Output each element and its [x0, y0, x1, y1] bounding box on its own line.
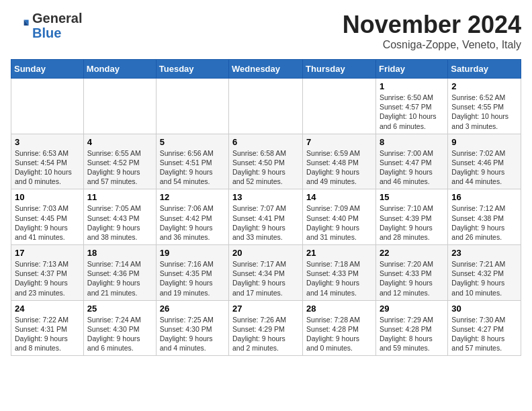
calendar-cell: 20Sunrise: 7:17 AM Sunset: 4:34 PM Dayli…: [229, 245, 303, 301]
day-number: 16: [451, 192, 517, 202]
day-number: 29: [380, 304, 444, 314]
calendar-cell: 16Sunrise: 7:12 AM Sunset: 4:38 PM Dayli…: [448, 189, 521, 245]
day-number: 7: [306, 137, 372, 147]
day-info: Sunrise: 6:53 AM Sunset: 4:54 PM Dayligh…: [15, 148, 80, 187]
calendar-cell: 12Sunrise: 7:06 AM Sunset: 4:42 PM Dayli…: [156, 189, 228, 245]
location-subtitle: Cosniga-Zoppe, Veneto, Italy: [343, 39, 521, 51]
calendar-week-4: 17Sunrise: 7:13 AM Sunset: 4:37 PM Dayli…: [11, 245, 521, 301]
day-info: Sunrise: 7:07 AM Sunset: 4:41 PM Dayligh…: [232, 203, 299, 242]
day-number: 17: [15, 248, 80, 258]
calendar-cell: 10Sunrise: 7:03 AM Sunset: 4:45 PM Dayli…: [11, 189, 84, 245]
generalblue-icon: [11, 16, 30, 35]
calendar-cell: 30Sunrise: 7:30 AM Sunset: 4:27 PM Dayli…: [448, 300, 521, 356]
calendar-cell: [229, 79, 303, 134]
calendar-cell: 2Sunrise: 6:52 AM Sunset: 4:55 PM Daylig…: [448, 79, 521, 134]
day-info: Sunrise: 6:50 AM Sunset: 4:57 PM Dayligh…: [380, 93, 444, 131]
calendar-week-2: 3Sunrise: 6:53 AM Sunset: 4:54 PM Daylig…: [11, 134, 521, 189]
day-info: Sunrise: 7:17 AM Sunset: 4:34 PM Dayligh…: [232, 259, 299, 298]
calendar-cell: 3Sunrise: 6:53 AM Sunset: 4:54 PM Daylig…: [11, 134, 84, 189]
day-number: 8: [380, 137, 444, 147]
calendar-cell: 24Sunrise: 7:22 AM Sunset: 4:31 PM Dayli…: [11, 300, 84, 356]
day-info: Sunrise: 7:14 AM Sunset: 4:36 PM Dayligh…: [87, 259, 152, 298]
logo: General Blue: [11, 11, 82, 40]
day-info: Sunrise: 7:30 AM Sunset: 4:27 PM Dayligh…: [451, 315, 517, 353]
day-info: Sunrise: 7:02 AM Sunset: 4:46 PM Dayligh…: [451, 148, 517, 187]
weekday-header-friday: Friday: [375, 60, 447, 79]
day-info: Sunrise: 7:18 AM Sunset: 4:33 PM Dayligh…: [306, 259, 372, 298]
calendar-cell: 19Sunrise: 7:16 AM Sunset: 4:35 PM Dayli…: [156, 245, 228, 301]
day-number: 3: [15, 137, 80, 147]
day-number: 13: [232, 192, 299, 202]
day-info: Sunrise: 7:13 AM Sunset: 4:37 PM Dayligh…: [15, 259, 80, 298]
day-info: Sunrise: 6:58 AM Sunset: 4:50 PM Dayligh…: [232, 148, 299, 187]
calendar-week-5: 24Sunrise: 7:22 AM Sunset: 4:31 PM Dayli…: [11, 300, 521, 356]
day-number: 1: [380, 81, 444, 91]
calendar-cell: 8Sunrise: 7:00 AM Sunset: 4:47 PM Daylig…: [375, 134, 447, 189]
day-info: Sunrise: 7:06 AM Sunset: 4:42 PM Dayligh…: [160, 203, 225, 242]
day-number: 15: [380, 192, 444, 202]
logo-general-text: General: [32, 11, 82, 26]
day-number: 5: [160, 137, 225, 147]
calendar-table: SundayMondayTuesdayWednesdayThursdayFrid…: [11, 59, 521, 356]
day-info: Sunrise: 7:29 AM Sunset: 4:28 PM Dayligh…: [380, 315, 444, 353]
calendar-cell: 28Sunrise: 7:28 AM Sunset: 4:28 PM Dayli…: [303, 300, 376, 356]
day-number: 27: [232, 304, 299, 314]
day-number: 2: [451, 81, 517, 91]
day-number: 10: [15, 192, 80, 202]
calendar-cell: 18Sunrise: 7:14 AM Sunset: 4:36 PM Dayli…: [83, 245, 156, 301]
day-number: 30: [451, 304, 517, 314]
day-number: 14: [306, 192, 372, 202]
calendar-cell: [156, 79, 228, 134]
calendar-cell: 11Sunrise: 7:05 AM Sunset: 4:43 PM Dayli…: [83, 189, 156, 245]
day-number: 9: [451, 137, 517, 147]
calendar-cell: 17Sunrise: 7:13 AM Sunset: 4:37 PM Dayli…: [11, 245, 84, 301]
day-info: Sunrise: 6:59 AM Sunset: 4:48 PM Dayligh…: [306, 148, 372, 187]
day-number: 21: [306, 248, 372, 258]
calendar-cell: [303, 79, 376, 134]
calendar-cell: 21Sunrise: 7:18 AM Sunset: 4:33 PM Dayli…: [303, 245, 376, 301]
day-info: Sunrise: 7:03 AM Sunset: 4:45 PM Dayligh…: [15, 203, 80, 242]
day-number: 18: [87, 248, 152, 258]
day-number: 23: [451, 248, 517, 258]
weekday-header-tuesday: Tuesday: [156, 60, 228, 79]
calendar-cell: 1Sunrise: 6:50 AM Sunset: 4:57 PM Daylig…: [375, 79, 447, 134]
day-info: Sunrise: 6:52 AM Sunset: 4:55 PM Dayligh…: [451, 93, 517, 131]
calendar-cell: 29Sunrise: 7:29 AM Sunset: 4:28 PM Dayli…: [375, 300, 447, 356]
day-info: Sunrise: 7:00 AM Sunset: 4:47 PM Dayligh…: [380, 148, 444, 187]
weekday-header-monday: Monday: [83, 60, 156, 79]
day-number: 25: [87, 304, 152, 314]
day-info: Sunrise: 7:09 AM Sunset: 4:40 PM Dayligh…: [306, 203, 372, 242]
day-info: Sunrise: 7:28 AM Sunset: 4:28 PM Dayligh…: [306, 315, 372, 353]
calendar-cell: 25Sunrise: 7:24 AM Sunset: 4:30 PM Dayli…: [83, 300, 156, 356]
day-number: 20: [232, 248, 299, 258]
calendar-cell: [83, 79, 156, 134]
logo-blue-text: Blue: [32, 26, 61, 40]
calendar-cell: 27Sunrise: 7:26 AM Sunset: 4:29 PM Dayli…: [229, 300, 303, 356]
calendar-cell: 26Sunrise: 7:25 AM Sunset: 4:30 PM Dayli…: [156, 300, 228, 356]
day-info: Sunrise: 7:05 AM Sunset: 4:43 PM Dayligh…: [87, 203, 152, 242]
calendar-cell: 13Sunrise: 7:07 AM Sunset: 4:41 PM Dayli…: [229, 189, 303, 245]
weekday-header-row: SundayMondayTuesdayWednesdayThursdayFrid…: [11, 60, 521, 79]
calendar-cell: 9Sunrise: 7:02 AM Sunset: 4:46 PM Daylig…: [448, 134, 521, 189]
day-number: 26: [160, 304, 225, 314]
day-number: 4: [87, 137, 152, 147]
page-header: General Blue November 2024 Cosniga-Zoppe…: [11, 11, 521, 51]
calendar-cell: 22Sunrise: 7:20 AM Sunset: 4:33 PM Dayli…: [375, 245, 447, 301]
calendar-week-3: 10Sunrise: 7:03 AM Sunset: 4:45 PM Dayli…: [11, 189, 521, 245]
day-info: Sunrise: 7:22 AM Sunset: 4:31 PM Dayligh…: [15, 315, 80, 353]
day-info: Sunrise: 7:10 AM Sunset: 4:39 PM Dayligh…: [380, 203, 444, 242]
month-title: November 2024: [343, 11, 521, 39]
calendar-body: 1Sunrise: 6:50 AM Sunset: 4:57 PM Daylig…: [11, 79, 521, 356]
calendar-header: SundayMondayTuesdayWednesdayThursdayFrid…: [11, 60, 521, 79]
day-info: Sunrise: 7:21 AM Sunset: 4:32 PM Dayligh…: [451, 259, 517, 298]
day-number: 12: [160, 192, 225, 202]
day-number: 22: [380, 248, 444, 258]
calendar-cell: 6Sunrise: 6:58 AM Sunset: 4:50 PM Daylig…: [229, 134, 303, 189]
day-info: Sunrise: 7:25 AM Sunset: 4:30 PM Dayligh…: [160, 315, 225, 353]
day-number: 6: [232, 137, 299, 147]
calendar-cell: 5Sunrise: 6:56 AM Sunset: 4:51 PM Daylig…: [156, 134, 228, 189]
day-info: Sunrise: 6:56 AM Sunset: 4:51 PM Dayligh…: [160, 148, 225, 187]
day-info: Sunrise: 7:20 AM Sunset: 4:33 PM Dayligh…: [380, 259, 444, 298]
weekday-header-sunday: Sunday: [11, 60, 84, 79]
weekday-header-wednesday: Wednesday: [229, 60, 303, 79]
